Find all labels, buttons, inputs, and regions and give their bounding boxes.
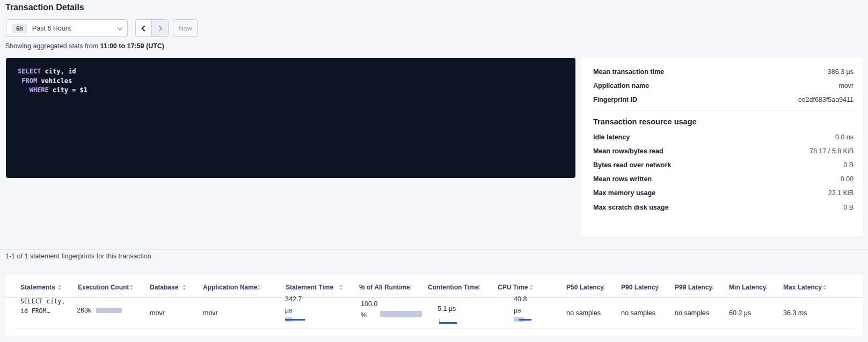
- summary-row-value: 0.00: [841, 175, 854, 183]
- summary-row-value: 0.0 ns: [835, 133, 854, 141]
- column-header-label[interactable]: Contention Time: [428, 284, 478, 294]
- max-latency-cell: 36.3 ms: [783, 309, 807, 317]
- database-cell: movr: [150, 309, 165, 317]
- sort-icon[interactable]: [183, 285, 186, 290]
- statement-line-2: id FROM…: [20, 306, 65, 316]
- min-latency-cell: 60.2 µs: [729, 309, 751, 317]
- summary-row: Idle latency0.0 ns: [593, 130, 854, 144]
- summary-row-label: Application name: [593, 82, 649, 90]
- execution-count-cell: 263k: [77, 307, 122, 314]
- transaction-details-page: Transaction Details 6h Past 6 Hours Now …: [0, 0, 868, 342]
- column-header-min-latency[interactable]: Min Latency: [729, 284, 766, 294]
- sort-icon[interactable]: [477, 285, 480, 290]
- table-header-border: [5, 298, 863, 298]
- runtime-pct-bar: [380, 311, 422, 317]
- column-header-label[interactable]: Max Latency: [783, 284, 822, 294]
- runtime-pct-unit: %: [361, 310, 377, 321]
- sort-icon[interactable]: [764, 285, 768, 290]
- fingerprints-caption: 1-1 of 1 statement fingerprints for this…: [5, 252, 151, 260]
- sort-icon[interactable]: [530, 285, 533, 290]
- column-header-execution-count[interactable]: Execution Count: [78, 284, 129, 294]
- summary-row-label: Mean transaction time: [593, 68, 664, 76]
- sort-icon[interactable]: [339, 285, 342, 290]
- summary-row-label: Mean rows/bytes read: [593, 147, 663, 155]
- summary-row-value: 78.17 / 5.8 KiB: [809, 147, 854, 155]
- statement-line-1: SELECT city,: [20, 296, 65, 306]
- p50-latency-cell: no samples: [566, 309, 601, 317]
- sort-icon[interactable]: [408, 285, 411, 290]
- sort-icon[interactable]: [602, 285, 605, 290]
- sql-statement-box: SELECT city, id FROM vehicles WHERE city…: [6, 58, 575, 178]
- summary-row: Mean rows written0.00: [593, 172, 854, 186]
- column-header-label[interactable]: Statements: [20, 284, 55, 294]
- summary-row-value: ee2df683f5aa9411: [798, 96, 854, 103]
- sort-icon[interactable]: [130, 285, 133, 290]
- aggregated-stats-caption: Showing aggregated stats from 11:00 to 1…: [5, 42, 164, 50]
- statement-time-cell: 342.7 µs: [285, 294, 302, 322]
- runtime-pct-cell: 100.0 %: [361, 299, 377, 321]
- statement-time-value: 342.7: [285, 294, 302, 305]
- application-name-cell: movr: [203, 309, 218, 317]
- column-header-statement-time[interactable]: Statement Time: [286, 284, 333, 294]
- column-header-label[interactable]: Statement Time: [286, 284, 333, 294]
- summary-row-label: Fingerprint ID: [593, 96, 637, 103]
- summary-row-value: 386.3 µs: [828, 68, 854, 76]
- cpu-time-bar: [514, 317, 527, 322]
- column-header-label[interactable]: P99 Latency: [675, 284, 712, 294]
- runtime-pct-value: 100.0: [361, 299, 377, 310]
- column-header-label[interactable]: Execution Count: [78, 284, 129, 294]
- column-header-label[interactable]: % of All Runtime: [359, 284, 410, 294]
- statement-time-unit: µs: [285, 305, 302, 316]
- time-nav-group: [135, 19, 169, 37]
- column-header-cpu-time[interactable]: CPU Time: [498, 284, 528, 294]
- column-header-database[interactable]: Database: [150, 284, 178, 294]
- execution-count-bar: [96, 308, 122, 313]
- column-header-label[interactable]: Database: [150, 284, 178, 294]
- sort-icon[interactable]: [710, 285, 713, 290]
- sort-icon[interactable]: [823, 285, 826, 290]
- statement-link[interactable]: SELECT city, id FROM…: [20, 296, 65, 316]
- column-header-statements[interactable]: Statements: [20, 284, 55, 294]
- summary-row: Bytes read over network0 B: [593, 158, 854, 172]
- summary-row-label: Bytes read over network: [593, 161, 671, 169]
- column-header-application-name[interactable]: Application Name: [203, 284, 257, 294]
- column-header-label[interactable]: CPU Time: [498, 284, 528, 294]
- now-button[interactable]: Now: [173, 19, 198, 37]
- summary-divider: [593, 110, 854, 110]
- column-header-p50-latency[interactable]: P50 Latency: [566, 284, 604, 294]
- chevron-left-icon: [141, 25, 147, 31]
- chevron-right-icon: [156, 25, 162, 31]
- summary-row-value: 0 B: [843, 161, 854, 169]
- column-header-p90-latency[interactable]: P90 Latency: [621, 284, 659, 294]
- summary-resource-rows: Idle latency0.0 nsMean rows/bytes read78…: [593, 130, 854, 214]
- summary-row-value: 22.1 KiB: [828, 189, 854, 197]
- cpu-time-value: 40.8: [514, 294, 527, 305]
- section-divider: [0, 249, 868, 250]
- column-header-max-latency[interactable]: Max Latency: [783, 284, 822, 294]
- execution-count-value: 263k: [77, 307, 91, 314]
- time-range-dropdown[interactable]: 6h Past 6 Hours: [6, 19, 128, 37]
- sort-icon[interactable]: [656, 285, 659, 290]
- column-header-p99-latency[interactable]: P99 Latency: [675, 284, 712, 294]
- column-header-label[interactable]: Application Name: [203, 284, 257, 294]
- summary-row-value: movr: [838, 82, 854, 90]
- column-header-label[interactable]: P90 Latency: [621, 284, 659, 294]
- sort-icon[interactable]: [257, 285, 260, 290]
- column-header-contention-time[interactable]: Contention Time: [428, 284, 478, 294]
- stats-caption-range: 11:00 to 17:59 (UTC): [100, 42, 164, 50]
- summary-row-label: Idle latency: [593, 133, 630, 141]
- summary-row-value: 0 B: [843, 204, 854, 211]
- summary-row: Mean rows/bytes read78.17 / 5.8 KiB: [593, 144, 854, 158]
- sort-icon[interactable]: [58, 285, 61, 290]
- summary-row-label: Mean rows written: [593, 175, 652, 183]
- summary-row-label: Max memory usage: [593, 189, 655, 197]
- column-header-label[interactable]: Min Latency: [729, 284, 766, 294]
- chevron-down-icon: [118, 25, 123, 30]
- summary-row: Max scratch disk usage0 B: [593, 200, 854, 214]
- column-header-label[interactable]: P50 Latency: [566, 284, 604, 294]
- summary-top-rows: Mean transaction time386.3 µsApplication…: [593, 65, 854, 107]
- next-time-button-disabled[interactable]: [152, 20, 168, 36]
- column-header-runtime-pct[interactable]: % of All Runtime: [359, 284, 410, 294]
- p90-latency-cell: no samples: [621, 309, 655, 317]
- prev-time-button[interactable]: [136, 20, 152, 36]
